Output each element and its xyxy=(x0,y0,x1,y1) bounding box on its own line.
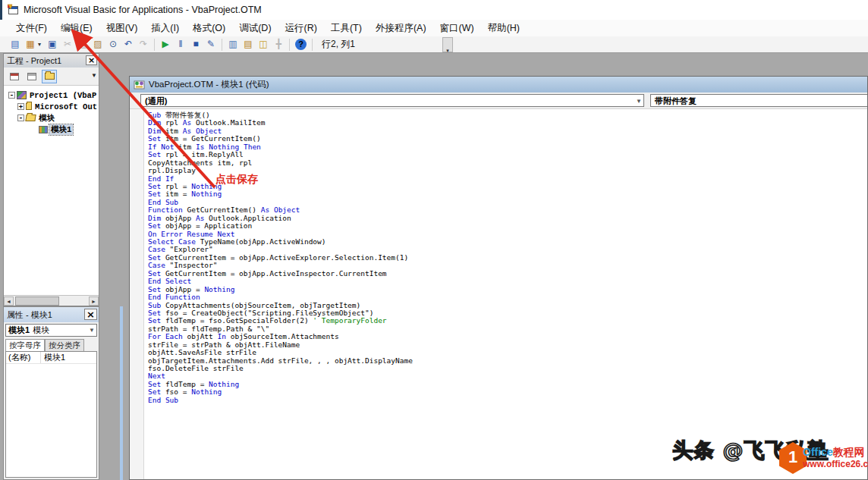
tree-item-outlook-objects[interactable]: + Microsoft Out xyxy=(4,101,99,112)
menu-item-2[interactable]: 编辑(E) xyxy=(54,20,99,36)
folder-icon xyxy=(45,73,55,80)
toggle-folders-button[interactable] xyxy=(42,70,57,83)
tab-categorized[interactable]: 按分类序 xyxy=(45,339,84,351)
object-browser-button[interactable]: ◫ xyxy=(256,38,270,52)
code-line[interactable]: fso.DeleteFile strFile xyxy=(148,365,413,372)
module-icon xyxy=(39,126,48,133)
properties-window-button[interactable]: ▤ xyxy=(241,38,255,52)
properties-panel-header[interactable]: 属性 - 模块1 × xyxy=(4,307,99,322)
code-window: VbaProject.OTM - 模块1 (代码) (通用) ▼ 带附件答复 S… xyxy=(129,76,868,480)
collapse-icon[interactable]: - xyxy=(17,115,24,121)
properties-panel-close-icon[interactable]: × xyxy=(84,309,97,320)
tree-label: 模块 xyxy=(37,113,56,124)
tree-label: Project1 (VbaP xyxy=(28,91,98,100)
object-selector-combo[interactable]: 模块1 模块 ▼ xyxy=(5,324,97,337)
tree-label: Microsoft Out xyxy=(33,102,99,111)
logo-title: Office教程网 xyxy=(803,446,865,460)
project-panel-title: 工程 - Project1 xyxy=(7,55,61,67)
logo-title-cn: 教程网 xyxy=(833,446,865,458)
scrollbar-thumb[interactable] xyxy=(15,296,59,306)
menu-item-9[interactable]: 外接程序(A) xyxy=(369,20,433,36)
break-button[interactable]: ‖ xyxy=(174,38,187,52)
scroll-left-icon[interactable]: ◄ xyxy=(4,296,14,306)
menu-item-7[interactable]: 运行(R) xyxy=(278,20,324,36)
code-line[interactable]: Set itm = Nothing xyxy=(148,190,413,198)
view-object-button[interactable] xyxy=(24,70,39,83)
properties-grid: (名称) 模块1 xyxy=(5,351,97,478)
menu-item-10[interactable]: 窗口(W) xyxy=(433,20,481,36)
vba-app-icon xyxy=(7,4,19,16)
reset-button[interactable]: ■ xyxy=(189,38,203,52)
code-window-titlebar[interactable]: VbaProject.OTM - 模块1 (代码) xyxy=(130,77,867,93)
project-panel-toolbar: ▼ xyxy=(4,67,99,86)
help-button[interactable]: ? xyxy=(295,39,307,50)
menu-item-5[interactable]: 格式(O) xyxy=(186,20,232,36)
menu-item-11[interactable]: 帮助(H) xyxy=(481,20,527,36)
tab-alphabetic[interactable]: 按字母序 xyxy=(5,339,45,351)
properties-panel-title: 属性 - 模块1 xyxy=(7,309,52,321)
dock-splitter[interactable] xyxy=(120,306,123,480)
scroll-right-icon[interactable]: ► xyxy=(89,296,99,306)
insert-dropdown-arrow-icon[interactable]: ▾ xyxy=(38,41,45,48)
design-mode-button[interactable]: ✎ xyxy=(204,38,218,52)
properties-tabs: 按字母序 按分类序 xyxy=(4,338,99,351)
menu-item-3[interactable]: 视图(V) xyxy=(99,20,145,36)
property-row[interactable]: (名称) 模块1 xyxy=(6,352,96,364)
project-toolbar-dropdown-icon[interactable]: ▼ xyxy=(91,72,97,79)
code-line[interactable]: Set fso = Nothing xyxy=(148,388,413,396)
property-name: (名称) xyxy=(6,352,41,363)
procedure-dropdown[interactable]: 带附件答复 xyxy=(650,94,868,107)
code-line[interactable]: End Sub xyxy=(148,397,413,404)
project-panel-header[interactable]: 工程 - Project1 × xyxy=(4,54,99,67)
code-combos-row: (通用) ▼ 带附件答复 xyxy=(130,93,867,109)
code-margin-indicator-bar[interactable] xyxy=(130,109,144,479)
code-content[interactable]: Sub 带附件答复()Dim rpl As Outlook.MailItemDi… xyxy=(148,111,413,404)
cut-button[interactable]: ✂ xyxy=(61,38,74,52)
project-horizontal-scrollbar[interactable]: ◄ ► xyxy=(4,295,99,306)
view-outlook-item-button[interactable]: ▤ xyxy=(8,38,22,52)
view-code-button[interactable] xyxy=(7,70,22,83)
view-object-icon xyxy=(27,73,36,80)
copy-button[interactable]: ▥ xyxy=(76,38,90,52)
menu-item-1[interactable]: 文件(F) xyxy=(9,20,54,36)
logo-title-en: Office xyxy=(803,446,833,458)
insert-userform-button[interactable]: ▦ xyxy=(24,38,37,52)
expand-icon[interactable]: + xyxy=(17,103,24,110)
tree-item-project[interactable]: - Project1 (VbaP xyxy=(4,89,99,101)
redo-button[interactable]: ↷ xyxy=(137,38,150,52)
logo-url: www.office26.com xyxy=(803,459,868,469)
chevron-down-icon[interactable]: ▼ xyxy=(636,98,642,105)
paste-button[interactable]: ▨ xyxy=(91,38,105,52)
run-button[interactable]: ▶ xyxy=(159,38,172,52)
toolbar-overflow-button[interactable]: ▾ xyxy=(442,37,453,52)
open-folder-icon xyxy=(25,115,36,121)
project-panel-close-icon[interactable]: × xyxy=(86,55,97,65)
save-button[interactable]: ▣ xyxy=(46,38,59,52)
toolbar-separator xyxy=(222,39,222,51)
object-dropdown[interactable]: (通用) ▼ xyxy=(140,94,644,107)
selected-object-name: 模块1 xyxy=(8,325,30,336)
chevron-down-icon[interactable]: ▼ xyxy=(89,327,95,334)
code-window-title: VbaProject.OTM - 模块1 (代码) xyxy=(149,79,269,90)
title-bar: Microsoft Visual Basic for Applications … xyxy=(0,0,868,20)
find-button[interactable]: ⊙ xyxy=(106,38,120,52)
undo-button[interactable]: ↶ xyxy=(121,38,135,52)
folder-icon xyxy=(26,103,32,110)
annotation-label: 点击保存 xyxy=(215,173,258,187)
code-line[interactable]: rpl.Display xyxy=(148,167,413,174)
object-dropdown-value: (通用) xyxy=(145,96,167,105)
toolbox-button[interactable]: ╋ xyxy=(272,38,285,52)
tree-item-module1[interactable]: 模块1 xyxy=(4,124,99,135)
collapse-icon[interactable]: - xyxy=(8,92,15,99)
menu-item-6[interactable]: 调试(D) xyxy=(232,20,278,36)
tree-item-modules-folder[interactable]: - 模块 xyxy=(4,112,99,124)
menu-item-4[interactable]: 插入(I) xyxy=(144,20,186,36)
window-title: Microsoft Visual Basic for Applications … xyxy=(24,5,262,15)
module-code-icon xyxy=(134,80,145,89)
cursor-position-status: 行2, 列1 xyxy=(322,38,355,51)
project-explorer-button[interactable]: ▥ xyxy=(226,38,240,52)
vba-editor-window: Microsoft Visual Basic for Applications … xyxy=(0,0,868,480)
code-editor-area[interactable]: Sub 带附件答复()Dim rpl As Outlook.MailItemDi… xyxy=(130,109,867,479)
menu-item-8[interactable]: 工具(T) xyxy=(324,20,369,36)
project-icon xyxy=(17,91,27,99)
